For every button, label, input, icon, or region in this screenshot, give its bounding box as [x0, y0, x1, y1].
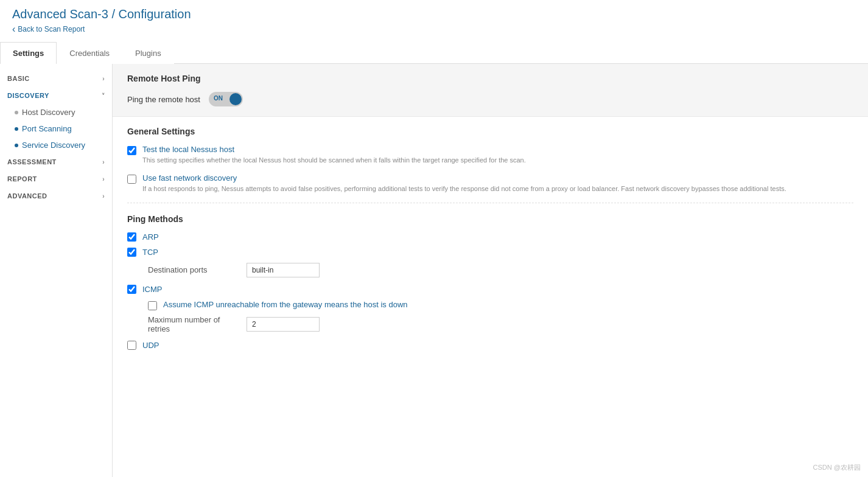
test-local-nessus-desc: This setting specifies whether the local…	[142, 156, 526, 165]
toggle-knob	[229, 93, 242, 105]
udp-label: UDP	[142, 341, 159, 350]
test-local-nessus-checkbox[interactable]	[127, 146, 136, 155]
sidebar-section-basic: BASIC ›	[0, 70, 112, 87]
tab-plugins[interactable]: Plugins	[122, 42, 174, 64]
icmp-label: ICMP	[142, 285, 163, 294]
fast-network-discovery-desc: If a host responds to ping, Nessus attem…	[142, 184, 786, 193]
tcp-dest-ports-row: Destination ports	[148, 263, 853, 277]
back-link[interactable]: Back to Scan Report	[12, 24, 85, 35]
arp-label: ARP	[142, 232, 159, 242]
general-settings-title: General Settings	[127, 127, 853, 136]
tcp-checkbox[interactable]	[127, 248, 136, 257]
dot-icon	[15, 127, 18, 131]
icmp-unreachable-row: Assume ICMP unreachable from the gateway…	[148, 300, 853, 310]
sidebar-item-advanced[interactable]: ADVANCED ›	[0, 187, 112, 204]
chevron-right-icon: ›	[102, 176, 105, 183]
udp-row: UDP	[127, 341, 853, 350]
fast-network-discovery-row: Use fast network discovery If a host res…	[127, 173, 853, 193]
icmp-row: ICMP	[127, 285, 853, 294]
tcp-label: TCP	[142, 248, 158, 257]
ping-toggle-row: Ping the remote host ON	[127, 92, 853, 106]
page-title: Advanced Scan-3 / Configuration	[12, 7, 856, 21]
chevron-down-icon: ˅	[102, 92, 105, 99]
chevron-right-icon: ›	[102, 75, 105, 82]
dot-icon	[15, 144, 18, 147]
sidebar-item-assessment[interactable]: ASSESSMENT ›	[0, 153, 112, 170]
sidebar-item-report[interactable]: REPORT ›	[0, 170, 112, 187]
sidebar-item-port-scanning[interactable]: Port Scanning	[0, 120, 112, 137]
icmp-unreachable-checkbox[interactable]	[148, 301, 157, 310]
sidebar-item-discovery[interactable]: DISCOVERY ˅	[0, 87, 112, 104]
section-divider	[127, 203, 853, 203]
main-layout: BASIC › DISCOVERY ˅ Host Discovery Port …	[0, 64, 868, 477]
max-retries-label: Maximum number of retries	[148, 315, 239, 333]
icmp-unreachable-label[interactable]: Assume ICMP unreachable from the gateway…	[163, 300, 408, 309]
remote-host-ping-title: Remote Host Ping	[127, 74, 853, 83]
sidebar-section-discovery: DISCOVERY ˅ Host Discovery Port Scanning…	[0, 87, 112, 153]
udp-checkbox[interactable]	[127, 341, 136, 350]
ping-toggle[interactable]: ON	[209, 92, 243, 106]
general-settings-section: General Settings Test the local Nessus h…	[113, 117, 868, 366]
test-local-nessus-label[interactable]: Test the local Nessus host	[142, 145, 526, 154]
toggle-on-label: ON	[214, 95, 223, 102]
watermark: CSDN @农耕园	[813, 463, 861, 472]
dest-ports-label: Destination ports	[148, 265, 239, 274]
chevron-right-icon: ›	[102, 193, 105, 200]
tabs-bar: Settings Credentials Plugins	[0, 42, 868, 64]
max-retries-row: Maximum number of retries	[148, 315, 853, 333]
ping-toggle-label: Ping the remote host	[127, 95, 200, 104]
tab-credentials[interactable]: Credentials	[57, 42, 122, 64]
sidebar-item-host-discovery[interactable]: Host Discovery	[0, 104, 112, 120]
remote-host-ping-section: Remote Host Ping Ping the remote host ON	[113, 64, 868, 117]
max-retries-input[interactable]	[247, 317, 320, 332]
icmp-checkbox[interactable]	[127, 285, 136, 294]
tab-settings[interactable]: Settings	[0, 42, 57, 64]
ping-methods-title: Ping Methods	[127, 214, 853, 224]
dest-ports-input[interactable]	[247, 263, 320, 277]
arp-checkbox[interactable]	[127, 232, 136, 242]
fast-network-discovery-label[interactable]: Use fast network discovery	[142, 173, 786, 183]
test-local-nessus-row: Test the local Nessus host This setting …	[127, 145, 853, 165]
sidebar-section-advanced: ADVANCED ›	[0, 187, 112, 204]
sidebar-section-report: REPORT ›	[0, 170, 112, 187]
main-content: Remote Host Ping Ping the remote host ON…	[113, 64, 868, 477]
sidebar: BASIC › DISCOVERY ˅ Host Discovery Port …	[0, 64, 113, 477]
fast-network-discovery-checkbox[interactable]	[127, 175, 136, 184]
sidebar-section-assessment: ASSESSMENT ›	[0, 153, 112, 170]
dot-icon	[15, 111, 18, 114]
arp-row: ARP	[127, 232, 853, 242]
icmp-sub-settings: Assume ICMP unreachable from the gateway…	[148, 300, 853, 333]
page-header: Advanced Scan-3 / Configuration Back to …	[0, 0, 868, 35]
sidebar-item-service-discovery[interactable]: Service Discovery	[0, 137, 112, 153]
tcp-row: TCP	[127, 248, 853, 257]
chevron-right-icon: ›	[102, 159, 105, 165]
sidebar-item-basic[interactable]: BASIC ›	[0, 70, 112, 87]
